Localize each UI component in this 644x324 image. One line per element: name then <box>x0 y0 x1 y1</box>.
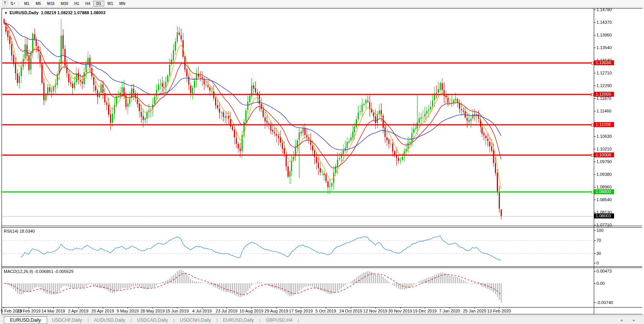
date-label: 2 Apr 2019 <box>65 309 92 313</box>
macd-panel-bottom-border <box>2 307 642 307</box>
window-border-bottom <box>2 314 642 314</box>
chart-tab-usdcad-daily[interactable]: USDCAD,Daily <box>132 317 173 324</box>
price-tick-mark <box>594 174 596 175</box>
rsi-current-value: 18.0340 <box>20 229 35 233</box>
timeframe-button-h4[interactable]: H4 <box>82 1 94 7</box>
text-label-tool-button[interactable]: T <box>2 1 8 6</box>
price-tick-label: 1.12710 <box>596 71 612 75</box>
price-tick-mark <box>594 212 596 213</box>
date-label: 24 Oct 2019 <box>337 309 364 313</box>
arrows-icon: ⇅ <box>10 1 13 6</box>
date-label: 29 Aug 2019 <box>263 309 290 313</box>
timeframe-button-h1[interactable]: H1 <box>71 1 82 7</box>
price-tick-mark <box>594 162 596 162</box>
price-line-tag: 1.13034 <box>594 60 614 65</box>
rsi-panel-bottom-border <box>2 266 642 267</box>
chart-title: ▼EURUSD,Daily 1.08219 1.08232 1.07888 1.… <box>4 10 105 15</box>
chevron-down-icon[interactable]: ▾ <box>14 2 15 5</box>
price-tick-mark <box>594 10 596 10</box>
date-label: 4 Jul 2019 <box>189 309 215 313</box>
price-tick-label: 1.12290 <box>596 83 612 88</box>
date-label: 13 Feb 2020 <box>486 309 513 313</box>
price-line-anchor <box>591 124 594 126</box>
tab-divider: | <box>216 317 217 323</box>
chart-tab-audusd-daily[interactable]: AUDUSD,Daily <box>89 317 130 324</box>
date-label: 15 Jun 2019 <box>164 309 191 313</box>
chart-tab-usdcnh-daily[interactable]: USDCNH,Daily <box>175 317 216 324</box>
chart-tab-eurusd-daily[interactable]: EURUSD,Daily <box>4 316 47 324</box>
date-label: 20 Apr 2019 <box>89 309 116 313</box>
rsi-panel-top-border <box>2 227 642 228</box>
price-tick-label: 1.11460 <box>596 109 611 113</box>
price-line-anchor <box>591 62 594 64</box>
rsi-tick-mark <box>594 263 596 263</box>
symbol-dropdown-icon[interactable]: ▼ <box>4 11 8 15</box>
price-line-tag: 1.12005 <box>594 92 614 97</box>
rsi-level-label: 30 <box>596 251 601 256</box>
date-label: 19 Dec 2019 <box>411 309 438 313</box>
date-label: 25 Jan 2020 <box>461 309 488 313</box>
timeframe-button-m1[interactable]: M1 <box>21 1 33 7</box>
price-tick-label: 1.13960 <box>596 33 612 37</box>
price-tick-label: 1.09380 <box>596 172 612 177</box>
price-tick-mark <box>594 98 596 99</box>
chart-tab-eurusd-daily[interactable]: EURUSD,Daily <box>218 317 259 324</box>
price-tick-label: 1.14370 <box>596 20 612 25</box>
tab-scroll-left-icon[interactable]: ◄ <box>620 319 623 322</box>
rsi-tick-mark <box>594 240 596 241</box>
price-line-tag: 1.08003 <box>594 213 614 218</box>
tab-divider: | <box>87 317 89 323</box>
macd-panel-top-border <box>2 268 642 268</box>
price-tick-label: 1.10210 <box>596 147 612 151</box>
rsi-level-label: 100 <box>596 228 603 233</box>
price-tick-mark <box>594 149 596 149</box>
timeframe-button-w1[interactable]: W1 <box>104 1 116 7</box>
date-label: 28 May 2019 <box>139 309 166 313</box>
chart-tab-usdchf-daily[interactable]: USDCHF,Daily <box>47 317 87 324</box>
macd-tick-mark <box>594 283 596 284</box>
price-tick-label: 1.10630 <box>596 134 612 139</box>
tab-divider: | <box>173 317 174 323</box>
price-line-anchor <box>591 191 594 193</box>
price-line-tag: 1.10008 <box>594 152 614 157</box>
chart-ohlc-values: 1.08219 1.08232 1.07888 1.08003 <box>41 10 105 15</box>
timeframe-button-m5[interactable]: M5 <box>33 1 44 7</box>
price-tick-label: 1.14790 <box>596 7 612 12</box>
price-tick-label: 1.07710 <box>596 223 612 227</box>
timeframe-button-m30[interactable]: M30 <box>58 1 71 7</box>
macd-name: MACD(12,26,9) <box>4 269 33 274</box>
price-line-anchor <box>591 93 594 96</box>
tab-scroll-right-icon[interactable]: ► <box>632 319 636 322</box>
price-tick-label: 1.08960 <box>596 185 612 189</box>
price-tick-mark <box>594 136 596 137</box>
price-tick-mark <box>594 35 596 35</box>
window-border-top <box>2 8 642 8</box>
date-label: 14 Mar 2019 <box>40 309 67 313</box>
price-line-anchor <box>591 154 594 157</box>
price-tick-mark <box>594 22 596 23</box>
price-line-tag: 1.08800 <box>594 189 614 194</box>
macd-tick-mark <box>594 271 596 271</box>
rsi-tick-mark <box>594 230 596 231</box>
top-toolbar: T ⇅ ▾ M1M5M15M30H1H4D1W1MN <box>0 0 644 7</box>
chart-symbol-label: EURUSD,Daily <box>10 10 39 15</box>
timeframe-button-m15[interactable]: M15 <box>44 1 58 7</box>
main-panel-bottom-border <box>2 226 642 226</box>
arrows-tool-button[interactable]: ⇅ ▾ <box>10 1 16 6</box>
toolbar-separator <box>18 1 19 6</box>
chart-tab-gbpusd-h4[interactable]: GBPUSD,H4 <box>261 317 297 324</box>
tab-divider: | <box>259 317 260 323</box>
price-tick-mark <box>594 48 596 48</box>
date-label: 17 Sep 2019 <box>288 309 314 313</box>
macd-current-values: -0.006851 -0.005529 <box>34 269 73 274</box>
price-axis-line[interactable] <box>594 8 594 314</box>
timeframe-button-mn[interactable]: MN <box>116 1 128 7</box>
date-label: 23 Feb 2019 <box>15 309 42 313</box>
rsi-level-label: 70 <box>596 238 601 243</box>
price-chart-canvas[interactable] <box>0 0 644 324</box>
rsi-name: RSI(14) <box>4 229 18 233</box>
timeframe-button-d1[interactable]: D1 <box>93 1 104 7</box>
macd-tick-mark <box>594 303 596 303</box>
price-line-tag: 1.11009 <box>594 122 614 127</box>
price-tick-mark <box>594 200 596 200</box>
